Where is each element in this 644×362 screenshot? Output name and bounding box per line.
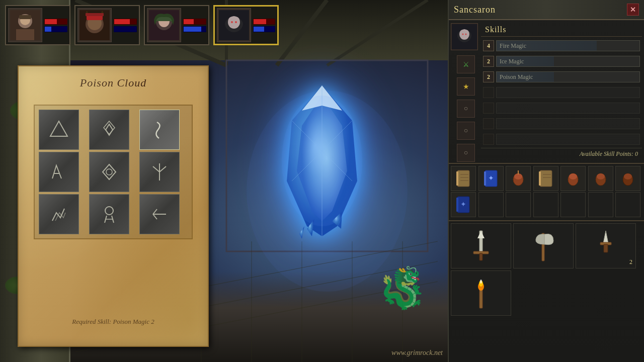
sancsaron-hp-fill (254, 19, 266, 24)
creature: 🐉 (377, 264, 428, 312)
rune-1[interactable] (89, 110, 129, 150)
rune-4[interactable] (89, 152, 129, 192)
svg-rect-73 (540, 170, 552, 187)
skill-row-fire[interactable]: 4 Fire Magic (483, 39, 640, 53)
portrait-mage-f[interactable] (144, 5, 209, 45)
party-bar (5, 5, 279, 45)
fire-magic-level: 4 (483, 40, 494, 51)
fighter-hp-bar (44, 19, 67, 25)
inv-slot-1-0[interactable]: ✦ (451, 192, 476, 217)
fighter-hp-fill (45, 19, 57, 24)
inv-slot-1-1[interactable] (478, 192, 504, 217)
empty-bar-3 (496, 118, 640, 129)
rune-2[interactable] (139, 110, 180, 150)
equip-slot-torch[interactable] (451, 270, 511, 316)
portrait-fighter[interactable] (5, 5, 70, 45)
svg-point-80 (597, 173, 605, 179)
close-button[interactable]: ✕ (627, 4, 639, 16)
ice-magic-level: 2 (483, 56, 494, 67)
svg-rect-63 (456, 171, 458, 186)
equipment-section: 2 (449, 220, 644, 318)
svg-rect-89 (479, 253, 482, 260)
rune-3[interactable] (39, 152, 79, 192)
sancsaron-mp-fill (254, 27, 264, 32)
minotaur-bars (112, 19, 137, 32)
minotaur-hp-bar (114, 19, 137, 25)
skill-row-ice[interactable]: 2 Ice Magic (483, 54, 640, 68)
inv-slot-1-4[interactable] (560, 192, 586, 217)
icon-circle-3[interactable]: ○ (457, 144, 475, 162)
sancsaron-bars (251, 19, 275, 32)
svg-text:✦: ✦ (460, 201, 466, 208)
inv-slot-0-2[interactable] (506, 166, 531, 191)
inv-slot-1-2[interactable] (506, 192, 531, 217)
fighter-mp-fill (45, 27, 51, 32)
rune-8[interactable] (139, 194, 180, 234)
inv-slot-1-3[interactable] (533, 192, 558, 217)
inv-slot-0-6[interactable] (615, 166, 640, 191)
skills-section: Skills 4 Fire Magic 2 Ice Magic 2 (481, 23, 642, 163)
empty-bar-1 (496, 87, 640, 98)
inv-slot-0-4[interactable] (560, 166, 586, 191)
portrait-sancsaron[interactable] (213, 5, 279, 45)
svg-marker-43 (106, 124, 113, 135)
mage-f-hp-fill (184, 19, 194, 24)
svg-point-78 (569, 173, 577, 179)
skill-row-empty-3[interactable] (483, 117, 640, 131)
svg-point-41 (235, 21, 237, 23)
available-points: Available Skill Points: 0 (481, 148, 642, 160)
inv-slot-0-1[interactable]: ✦ (478, 166, 504, 191)
equip-slot-axe[interactable] (513, 223, 574, 268)
avatar-fighter (8, 8, 42, 42)
skill-row-empty-1[interactable] (483, 85, 640, 100)
equip-slot-dagger[interactable]: 2 (576, 223, 636, 268)
mage-f-mp-bar (183, 26, 206, 32)
mage-f-hp-bar (183, 19, 206, 25)
inv-slot-1-5[interactable] (588, 192, 613, 217)
skill-row-empty-4[interactable] (483, 132, 640, 146)
svg-rect-84 (456, 198, 458, 212)
svg-point-97 (480, 280, 482, 284)
svg-point-82 (624, 173, 632, 179)
poison-magic-level: 2 (483, 71, 494, 82)
rune-0[interactable] (39, 110, 79, 150)
svg-rect-62 (457, 170, 469, 187)
poison-magic-bar: Poison Magic (496, 71, 640, 82)
empty-level-2 (483, 103, 494, 114)
icon-circle-2[interactable]: ○ (457, 122, 475, 140)
empty-level-4 (483, 134, 494, 145)
mage-f-mp-fill (184, 27, 201, 32)
inv-slot-0-0[interactable] (451, 166, 476, 191)
icon-circle-1[interactable]: ○ (457, 100, 475, 118)
equip-slot-sword[interactable] (451, 223, 511, 268)
svg-marker-87 (477, 231, 485, 238)
skill-row-poison[interactable]: 2 Poison Magic (483, 70, 640, 84)
svg-marker-45 (103, 164, 116, 179)
portrait-minotaur[interactable] (74, 5, 140, 45)
char-mini-portrait (451, 23, 478, 50)
skill-row-empty-2[interactable] (483, 101, 640, 115)
spell-required: Required Skill: Poison Magic 2 (19, 308, 208, 336)
rune-7[interactable] (89, 194, 129, 234)
inv-slot-0-3[interactable] (533, 166, 558, 191)
svg-point-60 (462, 34, 464, 35)
inv-slot-1-6[interactable] (615, 192, 640, 217)
empty-bar-4 (496, 134, 640, 145)
icon-star[interactable]: ★ (457, 77, 475, 96)
fighter-mp-bar (44, 26, 67, 32)
svg-line-49 (153, 166, 159, 172)
rune-6[interactable] (39, 194, 79, 234)
svg-point-40 (231, 21, 233, 23)
svg-rect-93 (604, 244, 608, 252)
svg-point-23 (282, 96, 362, 226)
icon-scroll[interactable]: ⚔ (457, 55, 475, 73)
rune-grid (34, 105, 193, 239)
svg-rect-94 (479, 288, 482, 308)
fire-magic-bar: Fire Magic (496, 40, 640, 51)
inv-slot-0-5[interactable] (588, 166, 613, 191)
rune-5[interactable] (139, 152, 180, 192)
sancsaron-hp-bar (253, 19, 275, 25)
empty-bar-2 (496, 103, 640, 114)
inventory-row-1: ✦ (451, 166, 642, 191)
svg-line-48 (159, 166, 166, 172)
